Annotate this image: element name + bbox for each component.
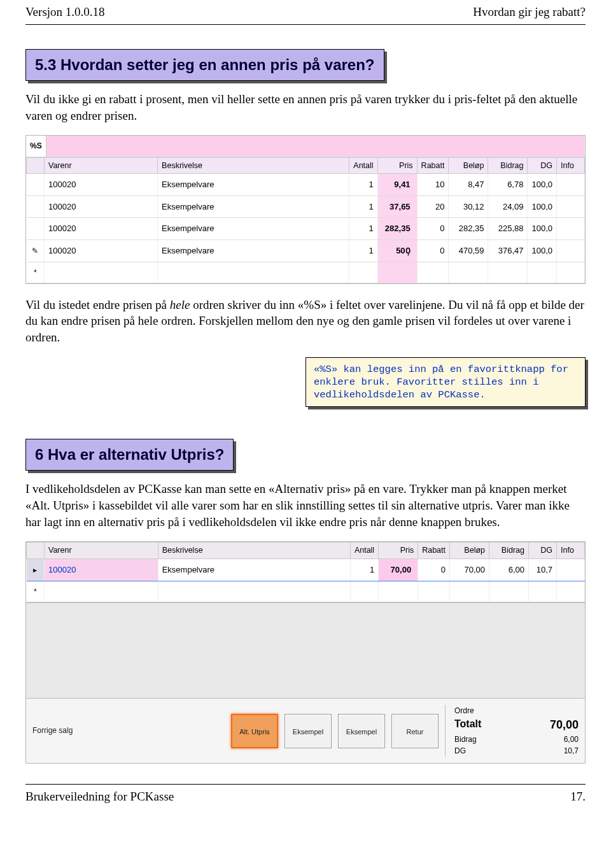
col-varenr: Varenr [45, 543, 158, 559]
col-bidrag: Bidrag [489, 543, 529, 559]
col-info: Info [557, 543, 585, 559]
cell-dg: 10,7 [529, 559, 557, 581]
cell-besk[interactable]: Eksempelvare [158, 196, 349, 218]
forrige-salg-label: Forrige salg [32, 725, 73, 736]
pct-label[interactable]: %S [26, 136, 46, 157]
section-5-3-body: Vil du ikke gi en rabatt i prosent, men … [25, 91, 586, 124]
table-row[interactable]: ✎100020Eksempelvare1500̦0470,59376,47100… [27, 240, 585, 262]
col-rabatt: Rabatt [418, 543, 450, 559]
alt-utpris-button[interactable]: Alt. Utpris [231, 714, 278, 748]
cell-dg: 100,0 [528, 218, 557, 240]
cell-rabatt[interactable]: 20 [417, 196, 449, 218]
col-pris: Pris [377, 157, 417, 174]
cell-belop: 30,12 [449, 196, 488, 218]
cell-varenr[interactable]: 100020 [45, 559, 158, 581]
empty-grid-area [26, 602, 585, 698]
footer-right: 17. [570, 788, 586, 805]
col-beskrivelse: Beskrivelse [158, 157, 349, 174]
section-6-body: I vedlikeholdsdelen av PCKasse kan man s… [25, 481, 586, 530]
cell-belop: 8,47 [449, 174, 488, 196]
tip-callout: «%S» kan legges inn på en favorittknapp … [306, 357, 586, 407]
cell-bidrag: 6,00 [489, 559, 529, 581]
section-5-3-heading: 5.3 Hvordan setter jeg en annen pris på … [25, 49, 384, 81]
ordre-label: Ordre [454, 705, 474, 716]
screenshot-alt-utpris: Varenr Beskrivelse Antall Pris Rabatt Be… [25, 541, 586, 764]
table-row[interactable]: 100020Eksempelvare137,652030,1224,09100,… [27, 196, 585, 218]
cell-rabatt[interactable]: 0 [417, 218, 449, 240]
cell-varenr[interactable]: 100020 [45, 240, 158, 262]
col-info: Info [557, 157, 585, 174]
row-edit-icon [27, 196, 45, 218]
row-edit-icon [27, 218, 45, 240]
bottom-bar: Forrige salg Alt. Utpris Eksempel Eksemp… [26, 698, 585, 763]
totalt-label: Totalt [454, 716, 481, 734]
eksempel-button-2[interactable]: Eksempel [338, 714, 385, 748]
pct-input-row: %S [26, 136, 585, 157]
cell-info [557, 196, 585, 218]
cell-pris[interactable]: 70,00 [379, 559, 418, 581]
col-belop: Beløp [450, 543, 489, 559]
cell-pris[interactable]: 282,35 [377, 218, 417, 240]
page-footer: Brukerveiledning for PCKasse 17. [25, 784, 586, 818]
cell-antall[interactable]: 1 [349, 174, 377, 196]
table-row[interactable]: 100020Eksempelvare1282,350282,35225,8810… [27, 218, 585, 240]
col-rabatt: Rabatt [417, 157, 449, 174]
cell-rabatt[interactable]: 0 [418, 559, 450, 581]
cell-pris[interactable]: 37,65 [377, 196, 417, 218]
row-edit-icon: ✎ [27, 240, 45, 262]
row-current-icon: ▸ [27, 559, 45, 581]
cell-dg: 100,0 [528, 174, 557, 196]
cell-antall[interactable]: 1 [349, 196, 377, 218]
cell-belop: 70,00 [450, 559, 489, 581]
cell-pris[interactable]: 500̦ [377, 240, 417, 262]
col-beskrivelse: Beskrivelse [158, 543, 350, 559]
cell-besk[interactable]: Eksempelvare [158, 218, 349, 240]
cell-rabatt[interactable]: 10 [417, 174, 449, 196]
cell-bidrag: 6,78 [488, 174, 528, 196]
cell-varenr[interactable]: 100020 [45, 218, 158, 240]
bidrag-label: Bidrag [454, 734, 477, 745]
col-antall: Antall [349, 157, 377, 174]
cell-besk[interactable]: Eksempelvare [158, 174, 349, 196]
cell-varenr[interactable]: 100020 [45, 174, 158, 196]
table-row[interactable]: ▸ 100020 Eksempelvare 1 70,00 0 70,00 6,… [27, 559, 585, 581]
totals-panel: Ordre Totalt70,00 Bidrag6,00 DG10,7 [445, 705, 579, 757]
col-dg: DG [529, 543, 557, 559]
eksempel-button-1[interactable]: Eksempel [284, 714, 332, 748]
row-star: * [27, 581, 45, 602]
col-belop: Beløp [449, 157, 488, 174]
cell-info [557, 240, 585, 262]
cell-varenr[interactable]: 100020 [45, 196, 158, 218]
cell-info [557, 559, 585, 581]
cell-info [557, 174, 585, 196]
row-edit-icon [27, 174, 45, 196]
cell-besk[interactable]: Eksempelvare [158, 240, 349, 262]
totalt-value: 70,00 [550, 716, 579, 734]
mid-paragraph: Vil du istedet endre prisen på hele ordr… [25, 297, 586, 346]
cell-belop: 470,59 [449, 240, 488, 262]
section-6-heading: 6 Hva er alternativ Utpris? [25, 439, 234, 471]
cell-belop: 282,35 [449, 218, 488, 240]
cell-rabatt[interactable]: 0 [417, 240, 449, 262]
cell-dg: 100,0 [528, 240, 557, 262]
cell-dg: 100,0 [528, 196, 557, 218]
bidrag-value: 6,00 [564, 734, 579, 745]
cell-antall[interactable]: 1 [349, 240, 377, 262]
table-row[interactable]: 100020Eksempelvare19,41108,476,78100,0 [27, 174, 585, 196]
cell-antall[interactable]: 1 [350, 559, 378, 581]
page-header: Versjon 1.0.0.18 Hvordan gir jeg rabatt? [25, 0, 586, 25]
col-varenr: Varenr [45, 157, 158, 174]
footer-left: Brukerveiledning for PCKasse [25, 788, 174, 805]
dg-label: DG [454, 745, 466, 757]
row-star: * [27, 262, 45, 283]
cell-antall[interactable]: 1 [349, 218, 377, 240]
screenshot-pris-table: %S Varenr Beskrivelse Antall Pris Rabatt… [25, 135, 586, 283]
cell-pris[interactable]: 9,41 [377, 174, 417, 196]
pct-field[interactable] [46, 136, 584, 157]
cell-bidrag: 24,09 [488, 196, 528, 218]
cell-besk[interactable]: Eksempelvare [158, 559, 350, 581]
cell-info [557, 218, 585, 240]
table-row-empty: * [27, 262, 585, 283]
table-row-empty: * [27, 581, 585, 602]
retur-button[interactable]: Retur [391, 714, 439, 748]
